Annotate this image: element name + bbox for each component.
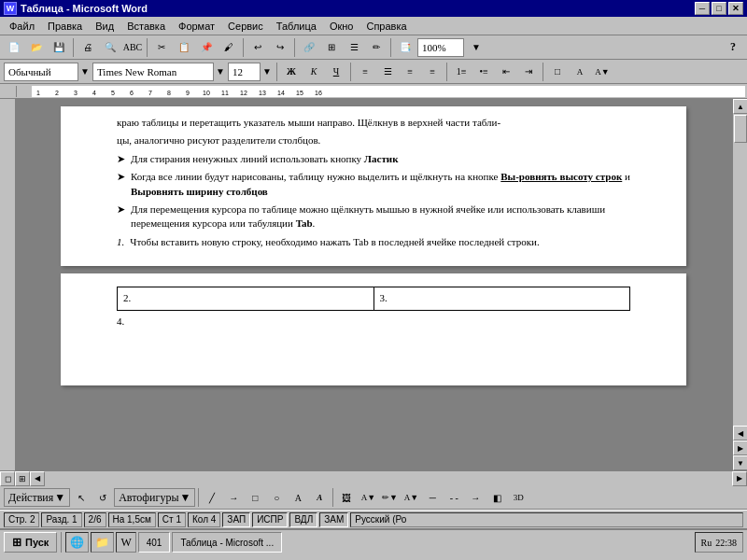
view-layout-button[interactable]: ⊞ [15, 471, 30, 486]
columns-button[interactable]: ☰ [344, 37, 364, 58]
align-center-button[interactable]: ☰ [377, 62, 398, 82]
new-button[interactable]: 📄 [4, 37, 24, 58]
cut-button[interactable]: ✂ [151, 37, 172, 58]
font-dropdown[interactable]: Times New Roman [92, 63, 214, 81]
menu-edit[interactable]: Правка [42, 19, 88, 34]
document-area[interactable]: краю таблицы и перетащить указатель мыши… [15, 99, 732, 470]
taskbar-right: Ru 22:38 [695, 532, 743, 553]
bold-button[interactable]: Ж [281, 62, 302, 82]
menu-insert[interactable]: Вставка [121, 19, 171, 34]
prev-page-button[interactable]: ◀ [733, 426, 747, 441]
document-table[interactable]: 2. 3. [117, 287, 630, 310]
3d-button[interactable]: 3D [508, 487, 529, 508]
autoshapes-dropdown[interactable]: Автофигуры ▼ [114, 488, 195, 507]
menu-table[interactable]: Таблица [271, 19, 322, 34]
ie-icon: 🌐 [70, 536, 84, 550]
spell-button[interactable]: ABC [122, 37, 143, 58]
scroll-right-button[interactable]: ▶ [732, 471, 747, 486]
line-button[interactable]: ╱ [202, 487, 222, 508]
drawing-button[interactable]: ✏ [366, 37, 387, 58]
view-normal-button[interactable]: ◻ [0, 471, 15, 486]
paste-button[interactable]: 📌 [196, 37, 217, 58]
fill-color-button[interactable]: A▼ [358, 487, 378, 508]
undo-button[interactable]: ↩ [247, 37, 268, 58]
menu-view[interactable]: Вид [90, 19, 120, 34]
bullets-button[interactable]: •≡ [473, 62, 494, 82]
line-style-button[interactable]: ─ [422, 487, 443, 508]
copy-button[interactable]: 📋 [174, 37, 194, 58]
taskbar-icon-folder[interactable]: 📁 [91, 532, 114, 553]
font-value: Times New Roman [97, 66, 176, 77]
help-button[interactable]: ? [723, 37, 743, 58]
next-page-button[interactable]: ▶ [733, 441, 747, 455]
table-cell-1[interactable]: 2. [118, 287, 374, 310]
zoom-dropdown[interactable]: 100% [417, 38, 464, 57]
size-dropdown[interactable]: 12 [228, 63, 261, 81]
wordart-button[interactable]: A [309, 487, 330, 508]
actions-dropdown[interactable]: Действия ▼ [4, 488, 70, 507]
outside-border-button[interactable]: □ [547, 62, 568, 82]
font-color-button[interactable]: A▼ [592, 62, 613, 82]
menu-tools[interactable]: Сервис [222, 19, 269, 34]
hyperlink-button[interactable]: 🔗 [299, 37, 319, 58]
scroll-left-button[interactable]: ◀ [30, 471, 45, 486]
bullet-item-3: ➤ Для перемещения курсора по таблице мож… [117, 203, 630, 231]
fmt-sep4 [543, 63, 543, 81]
taskbar-word-doc[interactable]: Таблица - Microsoft ... [172, 532, 282, 553]
taskbar-401[interactable]: 401 [138, 532, 171, 553]
dash-style-button[interactable]: - - [444, 487, 464, 508]
style-dropdown[interactable]: Обычный [4, 63, 78, 81]
size-arrow[interactable]: ▼ [261, 62, 273, 82]
maximize-button[interactable]: □ [712, 2, 726, 15]
table-cell-2[interactable]: 3. [374, 287, 630, 310]
highlight-button[interactable]: A [570, 62, 590, 82]
arrow-button[interactable]: → [223, 487, 244, 508]
font-arrow[interactable]: ▼ [215, 62, 226, 82]
menu-help[interactable]: Справка [360, 19, 412, 34]
scroll-up-button[interactable]: ▲ [733, 99, 747, 114]
menu-file[interactable]: Файл [4, 19, 40, 34]
taskbar-icon-word[interactable]: W [116, 532, 135, 553]
minimize-button[interactable]: ─ [695, 2, 710, 15]
format-painter-button[interactable]: 🖌 [218, 37, 239, 58]
tables-borders-button[interactable]: ⊞ [321, 37, 342, 58]
zoom-control[interactable]: 100% ▼ [417, 37, 486, 58]
print-preview-button[interactable]: 🔍 [100, 37, 120, 58]
italic-button[interactable]: К [303, 62, 324, 82]
decrease-indent-button[interactable]: ⇤ [496, 62, 516, 82]
start-button[interactable]: ⊞ Пуск [4, 532, 57, 553]
increase-indent-button[interactable]: ⇥ [518, 62, 539, 82]
numbering-button[interactable]: 1≡ [451, 62, 472, 82]
menu-format[interactable]: Формат [173, 19, 220, 34]
save-button[interactable]: 💾 [49, 37, 69, 58]
taskbar-icon-ie[interactable]: 🌐 [65, 532, 89, 553]
arrow-style-button[interactable]: → [465, 487, 486, 508]
menu-window[interactable]: Окно [324, 19, 359, 34]
textbox-button[interactable]: A [288, 487, 308, 508]
actions-label: Действия [8, 491, 53, 505]
h-scroll-track[interactable] [45, 471, 732, 486]
redo-button[interactable]: ↪ [270, 37, 290, 58]
select-button[interactable]: ↖ [71, 487, 92, 508]
align-left-button[interactable]: ≡ [355, 62, 375, 82]
print-button[interactable]: 🖨 [78, 37, 98, 58]
line-color-button[interactable]: ✏▼ [379, 487, 400, 508]
clip-art-button[interactable]: 🖼 [336, 487, 357, 508]
style-arrow[interactable]: ▼ [79, 62, 91, 82]
align-justify-button[interactable]: ≡ [422, 62, 443, 82]
scroll-track[interactable] [733, 114, 747, 426]
scroll-thumb[interactable] [734, 115, 747, 143]
rotate-button[interactable]: ↺ [92, 487, 113, 508]
align-right-button[interactable]: ≡ [400, 62, 420, 82]
shadow-button[interactable]: ◧ [486, 487, 507, 508]
rect-button[interactable]: □ [245, 487, 265, 508]
scroll-down-button[interactable]: ▼ [733, 455, 747, 470]
oval-button[interactable]: ○ [266, 487, 287, 508]
zoom-dropdown-arrow[interactable]: ▼ [466, 37, 486, 58]
close-button[interactable]: ✕ [728, 2, 743, 15]
open-button[interactable]: 📂 [26, 37, 47, 58]
underline-button[interactable]: Ч [326, 62, 346, 82]
font-color-btn2[interactable]: A▼ [401, 487, 421, 508]
page-2[interactable]: 2. 3. 4. [61, 273, 686, 385]
document-map-button[interactable]: 📑 [395, 37, 416, 58]
